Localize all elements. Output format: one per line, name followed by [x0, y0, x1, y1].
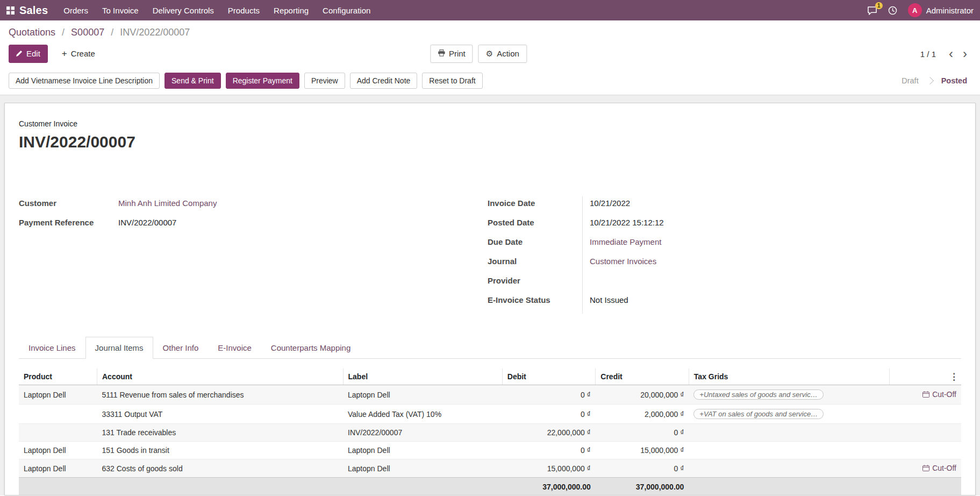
pencil-icon: [16, 48, 23, 59]
table-row[interactable]: Laptopn Dell 151 Goods in transit Laptop…: [19, 442, 961, 459]
totals-row: 37,000,000.00 37,000,000.00: [19, 478, 961, 496]
cell-credit: 20,000,000 ₫: [596, 385, 689, 405]
cell-label: Laptopn Dell: [343, 459, 502, 478]
field-label: E-Invoice Status: [488, 295, 582, 304]
edit-button[interactable]: Edit: [9, 45, 48, 63]
pager: 1 / 1 ‹ ›: [920, 48, 971, 59]
nav-menu-products[interactable]: Products: [221, 1, 267, 20]
field-einvoice-status: E-Invoice Status Not Issued: [488, 295, 961, 307]
register-payment-button[interactable]: Register Payment: [226, 73, 299, 89]
apps-grid-icon[interactable]: [6, 6, 15, 15]
breadcrumb-current: INV/2022/00007: [120, 27, 190, 38]
breadcrumb-quotations[interactable]: Quotations: [9, 27, 55, 38]
status-draft[interactable]: Draft: [902, 76, 918, 85]
optional-columns-icon[interactable]: ⋮: [949, 371, 958, 382]
status-widget: Draft Posted: [902, 76, 971, 85]
tab-invoice-lines[interactable]: Invoice Lines: [19, 337, 85, 359]
totals-empty: [689, 478, 889, 496]
cell-label: Laptopn Dell: [343, 385, 502, 405]
preview-button[interactable]: Preview: [304, 73, 345, 89]
control-panel: Quotations / S00007 / INV/2022/00007 Edi…: [0, 20, 980, 68]
tax-grid-tag: +Untaxed sales of goods and servic…: [693, 389, 823, 400]
cell-product: Laptopn Dell: [19, 459, 97, 478]
cutoff-button[interactable]: Cut-Off: [922, 390, 956, 399]
pager-previous-icon[interactable]: ‹: [945, 48, 957, 59]
field-provider: Provider: [488, 276, 961, 288]
customer-link[interactable]: Minh Anh Limited Company: [118, 199, 217, 208]
column-header-debit[interactable]: Debit: [502, 369, 596, 385]
table-header-row: Product Account Label Debit Credit Tax G…: [19, 369, 961, 385]
calendar-icon: [922, 465, 929, 471]
column-header-credit[interactable]: Credit: [596, 369, 689, 385]
totals-empty: [890, 478, 961, 496]
cell-label: Value Added Tax (VAT) 10%: [343, 405, 502, 424]
nav-menu-to-invoice[interactable]: To Invoice: [95, 1, 146, 20]
breadcrumb-sale-order[interactable]: S00007: [71, 27, 104, 38]
nav-menu-configuration[interactable]: Configuration: [316, 1, 377, 20]
tab-other-info[interactable]: Other Info: [153, 337, 209, 359]
column-header-tax-grids[interactable]: Tax Grids: [689, 369, 889, 385]
nav-menu-reporting[interactable]: Reporting: [267, 1, 316, 20]
app-name[interactable]: Sales: [19, 4, 48, 17]
table-row[interactable]: Laptopn Dell 5111 Revenue from sales of …: [19, 385, 961, 405]
add-credit-note-button[interactable]: Add Credit Note: [350, 73, 418, 89]
cell-account: 151 Goods in transit: [97, 442, 343, 459]
action-button[interactable]: ⚙ Action: [478, 45, 527, 63]
journal-link[interactable]: Customer Invoices: [590, 257, 656, 266]
table-row[interactable]: Laptopn Dell 632 Costs of goods sold Lap…: [19, 459, 961, 478]
cell-tax-grids: [689, 442, 889, 459]
field-invoice-date: Invoice Date 10/21/2022: [488, 199, 961, 210]
field-payment-reference: Payment Reference INV/2022/00007: [19, 218, 488, 230]
column-header-product[interactable]: Product: [19, 369, 97, 385]
pager-next-icon[interactable]: ›: [958, 48, 971, 59]
form-view-background: Customer Invoice INV/2022/00007 Customer…: [0, 95, 980, 495]
message-count-badge: 1: [875, 2, 883, 9]
status-posted[interactable]: Posted: [941, 76, 967, 85]
cell-product: [19, 424, 97, 442]
table-row[interactable]: 131 Trade receivables INV/2022/00007 22,…: [19, 424, 961, 442]
cell-cutoff: [890, 442, 961, 459]
cell-product: Laptopn Dell: [19, 442, 97, 459]
left-field-group: Customer Minh Anh Limited Company Paymen…: [19, 199, 488, 315]
statusbar-buttons: Add Vietnamese Invoice Line Description …: [9, 73, 483, 89]
tab-e-invoice[interactable]: E-Invoice: [208, 337, 261, 359]
tab-counterparts-mapping[interactable]: Counterparts Mapping: [261, 337, 360, 359]
messages-icon[interactable]: 1: [867, 6, 877, 15]
top-navbar: Sales Orders To Invoice Delivery Control…: [0, 0, 980, 20]
nav-menu-orders[interactable]: Orders: [56, 1, 95, 20]
tab-journal-items[interactable]: Journal Items: [85, 337, 153, 359]
nav-menu-delivery-controls[interactable]: Delivery Controls: [146, 1, 221, 20]
add-vietnamese-line-description-button[interactable]: Add Vietnamese Invoice Line Description: [9, 73, 160, 89]
cell-cutoff: Cut-Off: [890, 385, 961, 405]
breadcrumb: Quotations / S00007 / INV/2022/00007: [9, 27, 971, 38]
payment-terms-link[interactable]: Immediate Payment: [590, 237, 661, 246]
create-button[interactable]: + Create: [54, 45, 103, 63]
cutoff-button-label: Cut-Off: [932, 464, 956, 472]
reset-to-draft-button[interactable]: Reset to Draft: [422, 73, 482, 89]
journal-items-table: Product Account Label Debit Credit Tax G…: [19, 369, 961, 495]
avatar: A: [908, 3, 922, 17]
table-row[interactable]: 33311 Output VAT Value Added Tax (VAT) 1…: [19, 405, 961, 424]
column-header-account[interactable]: Account: [97, 369, 343, 385]
send-and-print-button[interactable]: Send & Print: [164, 73, 221, 89]
activities-clock-icon[interactable]: [888, 6, 897, 15]
column-header-label[interactable]: Label: [343, 369, 502, 385]
cell-account: 131 Trade receivables: [97, 424, 343, 442]
page-title: INV/2022/00007: [19, 133, 961, 151]
edit-button-label: Edit: [26, 48, 40, 59]
totals-empty: [343, 478, 502, 496]
action-buttons: Print ⚙ Action: [430, 45, 527, 63]
notebook-tabs: Invoice Lines Journal Items Other Info E…: [19, 336, 961, 359]
invoice-date-value: 10/21/2022: [590, 199, 630, 208]
cell-cutoff: [890, 405, 961, 424]
user-menu[interactable]: A Administrator: [908, 3, 974, 17]
field-label: Provider: [488, 276, 582, 285]
cutoff-button[interactable]: Cut-Off: [922, 464, 956, 472]
totals-empty: [97, 478, 343, 496]
action-button-label: Action: [497, 48, 519, 59]
einvoice-status-value: Not Issued: [590, 295, 628, 304]
print-button[interactable]: Print: [430, 45, 473, 63]
cell-cutoff: [890, 424, 961, 442]
document-type-label: Customer Invoice: [19, 119, 961, 128]
field-label: Journal: [488, 257, 582, 266]
